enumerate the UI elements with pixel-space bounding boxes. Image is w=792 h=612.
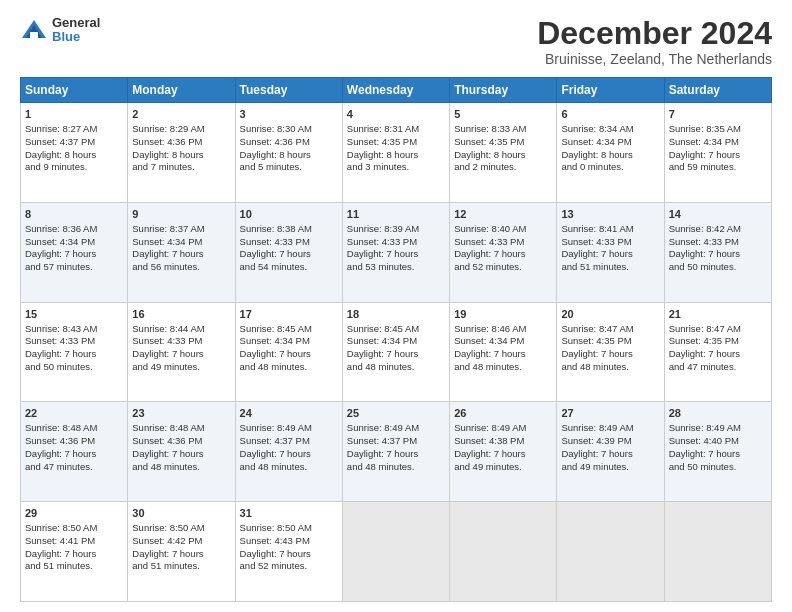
day-cell: 11Sunrise: 8:39 AMSunset: 4:33 PMDayligh… <box>342 202 449 302</box>
day-info-line: and 57 minutes. <box>25 261 123 274</box>
day-info-line: Sunrise: 8:36 AM <box>25 223 123 236</box>
day-info-line: and 56 minutes. <box>132 261 230 274</box>
day-info-line: and 5 minutes. <box>240 161 338 174</box>
day-cell: 2Sunrise: 8:29 AMSunset: 4:36 PMDaylight… <box>128 103 235 203</box>
day-number: 23 <box>132 406 230 421</box>
day-info-line: Sunrise: 8:34 AM <box>561 123 659 136</box>
day-info-line: Sunset: 4:33 PM <box>669 236 767 249</box>
day-info-line: and 48 minutes. <box>347 461 445 474</box>
day-info-line: Daylight: 7 hours <box>240 548 338 561</box>
day-info-line: Sunset: 4:34 PM <box>132 236 230 249</box>
day-cell <box>342 502 449 602</box>
day-info-line: Sunrise: 8:41 AM <box>561 223 659 236</box>
week-row-4: 22Sunrise: 8:48 AMSunset: 4:36 PMDayligh… <box>21 402 772 502</box>
day-info-line: Sunrise: 8:39 AM <box>347 223 445 236</box>
subtitle: Bruinisse, Zeeland, The Netherlands <box>537 51 772 67</box>
day-cell <box>450 502 557 602</box>
day-cell: 25Sunrise: 8:49 AMSunset: 4:37 PMDayligh… <box>342 402 449 502</box>
week-row-1: 1Sunrise: 8:27 AMSunset: 4:37 PMDaylight… <box>21 103 772 203</box>
day-header-tuesday: Tuesday <box>235 78 342 103</box>
day-info-line: and 52 minutes. <box>240 560 338 573</box>
day-number: 18 <box>347 307 445 322</box>
day-info-line: and 48 minutes. <box>561 361 659 374</box>
day-info-line: Sunset: 4:36 PM <box>25 435 123 448</box>
day-number: 26 <box>454 406 552 421</box>
day-info-line: Daylight: 7 hours <box>669 248 767 261</box>
day-info-line: Sunset: 4:37 PM <box>25 136 123 149</box>
day-info-line: Sunset: 4:34 PM <box>25 236 123 249</box>
day-info-line: and 3 minutes. <box>347 161 445 174</box>
day-info-line: Sunrise: 8:38 AM <box>240 223 338 236</box>
day-info-line: Daylight: 8 hours <box>132 149 230 162</box>
logo-icon <box>20 16 48 44</box>
header-row: SundayMondayTuesdayWednesdayThursdayFrid… <box>21 78 772 103</box>
day-info-line: Sunrise: 8:47 AM <box>561 323 659 336</box>
day-info-line: and 53 minutes. <box>347 261 445 274</box>
day-info-line: Sunrise: 8:35 AM <box>669 123 767 136</box>
day-info-line: Sunrise: 8:50 AM <box>25 522 123 535</box>
day-number: 5 <box>454 107 552 122</box>
day-info-line: Sunset: 4:43 PM <box>240 535 338 548</box>
svg-rect-2 <box>30 32 38 38</box>
day-number: 4 <box>347 107 445 122</box>
day-header-saturday: Saturday <box>664 78 771 103</box>
day-cell: 30Sunrise: 8:50 AMSunset: 4:42 PMDayligh… <box>128 502 235 602</box>
day-info-line: Sunrise: 8:48 AM <box>132 422 230 435</box>
day-number: 29 <box>25 506 123 521</box>
day-info-line: Sunset: 4:33 PM <box>454 236 552 249</box>
day-info-line: Sunrise: 8:47 AM <box>669 323 767 336</box>
day-info-line: Daylight: 7 hours <box>347 348 445 361</box>
day-info-line: Sunset: 4:34 PM <box>669 136 767 149</box>
day-cell: 27Sunrise: 8:49 AMSunset: 4:39 PMDayligh… <box>557 402 664 502</box>
day-number: 3 <box>240 107 338 122</box>
day-info-line: Daylight: 8 hours <box>454 149 552 162</box>
day-cell: 6Sunrise: 8:34 AMSunset: 4:34 PMDaylight… <box>557 103 664 203</box>
day-info-line: and 48 minutes. <box>240 461 338 474</box>
day-info-line: Sunrise: 8:49 AM <box>347 422 445 435</box>
day-number: 25 <box>347 406 445 421</box>
day-info-line: Daylight: 7 hours <box>669 448 767 461</box>
day-info-line: and 50 minutes. <box>669 461 767 474</box>
day-info-line: Sunrise: 8:50 AM <box>132 522 230 535</box>
day-cell: 17Sunrise: 8:45 AMSunset: 4:34 PMDayligh… <box>235 302 342 402</box>
day-info-line: Sunrise: 8:45 AM <box>347 323 445 336</box>
day-info-line: Sunrise: 8:27 AM <box>25 123 123 136</box>
day-number: 17 <box>240 307 338 322</box>
day-info-line: Sunset: 4:40 PM <box>669 435 767 448</box>
day-cell: 3Sunrise: 8:30 AMSunset: 4:36 PMDaylight… <box>235 103 342 203</box>
day-info-line: Daylight: 8 hours <box>347 149 445 162</box>
day-cell: 31Sunrise: 8:50 AMSunset: 4:43 PMDayligh… <box>235 502 342 602</box>
day-info-line: and 0 minutes. <box>561 161 659 174</box>
day-info-line: Sunset: 4:37 PM <box>240 435 338 448</box>
day-info-line: Daylight: 8 hours <box>561 149 659 162</box>
day-info-line: Daylight: 7 hours <box>25 348 123 361</box>
day-info-line: Daylight: 8 hours <box>25 149 123 162</box>
day-number: 15 <box>25 307 123 322</box>
day-info-line: and 7 minutes. <box>132 161 230 174</box>
day-cell: 12Sunrise: 8:40 AMSunset: 4:33 PMDayligh… <box>450 202 557 302</box>
day-number: 16 <box>132 307 230 322</box>
day-info-line: Sunrise: 8:50 AM <box>240 522 338 535</box>
day-info-line: Sunset: 4:35 PM <box>561 335 659 348</box>
day-number: 14 <box>669 207 767 222</box>
day-info-line: and 52 minutes. <box>454 261 552 274</box>
day-info-line: Daylight: 7 hours <box>347 448 445 461</box>
day-info-line: Sunset: 4:38 PM <box>454 435 552 448</box>
day-info-line: and 47 minutes. <box>25 461 123 474</box>
day-cell: 21Sunrise: 8:47 AMSunset: 4:35 PMDayligh… <box>664 302 771 402</box>
day-info-line: Sunrise: 8:33 AM <box>454 123 552 136</box>
day-cell: 28Sunrise: 8:49 AMSunset: 4:40 PMDayligh… <box>664 402 771 502</box>
day-info-line: Daylight: 7 hours <box>132 448 230 461</box>
title-block: December 2024 Bruinisse, Zeeland, The Ne… <box>537 16 772 67</box>
day-info-line: Daylight: 7 hours <box>240 448 338 461</box>
day-info-line: Sunset: 4:41 PM <box>25 535 123 548</box>
day-info-line: and 48 minutes. <box>454 361 552 374</box>
day-cell: 5Sunrise: 8:33 AMSunset: 4:35 PMDaylight… <box>450 103 557 203</box>
day-cell <box>664 502 771 602</box>
day-info-line: Sunset: 4:33 PM <box>561 236 659 249</box>
day-info-line: and 54 minutes. <box>240 261 338 274</box>
week-row-3: 15Sunrise: 8:43 AMSunset: 4:33 PMDayligh… <box>21 302 772 402</box>
day-cell: 14Sunrise: 8:42 AMSunset: 4:33 PMDayligh… <box>664 202 771 302</box>
logo-blue: Blue <box>52 30 100 44</box>
day-number: 13 <box>561 207 659 222</box>
